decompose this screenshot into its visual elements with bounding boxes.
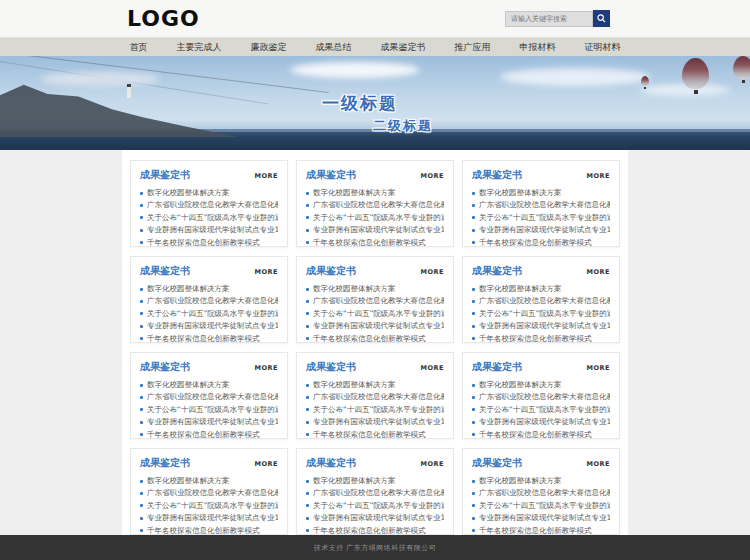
cloud <box>40 72 160 86</box>
nav-item-application[interactable]: 推广应用 <box>455 41 491 54</box>
card-title[interactable]: 成果鉴定书 <box>472 168 522 182</box>
list-item[interactable]: 关于公布“十四五”院级高水平专业群的通知 <box>306 308 444 320</box>
card-title[interactable]: 成果鉴定书 <box>306 456 356 470</box>
list-item[interactable]: 广东省职业院校信息化教学大赛信息化教学设计 <box>472 487 610 499</box>
card-title[interactable]: 成果鉴定书 <box>306 360 356 374</box>
card-title[interactable]: 成果鉴定书 <box>472 264 522 278</box>
card-title[interactable]: 成果鉴定书 <box>306 264 356 278</box>
list-item[interactable]: 千年名校探索信息化创新教学模式 <box>306 525 444 535</box>
nav-item-proof[interactable]: 证明材料 <box>585 41 621 54</box>
more-link[interactable]: MORE <box>255 268 278 276</box>
more-link[interactable]: MORE <box>587 268 610 276</box>
nav-item-certificate[interactable]: 成果鉴定书 <box>381 41 426 54</box>
list-item[interactable]: 数字化校园整体解决方案 <box>306 187 444 199</box>
list-item[interactable]: 广东省职业院校信息化教学大赛信息化教学设计 <box>306 295 444 307</box>
nav-item-declaration[interactable]: 申报材料 <box>520 41 556 54</box>
list-item[interactable]: 千年名校探索信息化创新教学模式 <box>472 429 610 439</box>
more-link[interactable]: MORE <box>255 172 278 180</box>
list-item[interactable]: 专业群拥有国家级现代学徒制试点专业1个 <box>472 512 610 524</box>
list-item[interactable]: 关于公布“十四五”院级高水平专业群的通知 <box>306 404 444 416</box>
list-item[interactable]: 专业群拥有国家级现代学徒制试点专业1个 <box>306 320 444 332</box>
list-item[interactable]: 千年名校探索信息化创新教学模式 <box>306 237 444 247</box>
list-item[interactable]: 专业群拥有国家级现代学徒制试点专业1个 <box>306 512 444 524</box>
list-item[interactable]: 专业群拥有国家级现代学徒制试点专业1个 <box>140 320 278 332</box>
list-item[interactable]: 关于公布“十四五”院级高水平专业群的通知 <box>140 500 278 512</box>
nav-item-summary[interactable]: 成果总结 <box>316 41 352 54</box>
card-title[interactable]: 成果鉴定书 <box>140 360 190 374</box>
list-item[interactable]: 广东省职业院校信息化教学大赛信息化教学设计 <box>306 487 444 499</box>
list-item[interactable]: 专业群拥有国家级现代学徒制试点专业1个 <box>472 320 610 332</box>
list-item[interactable]: 关于公布“十四五”院级高水平专业群的通知 <box>140 212 278 224</box>
search-input[interactable] <box>505 11 593 27</box>
nav-item-completers[interactable]: 主要完成人 <box>177 41 222 54</box>
list-item[interactable]: 数字化校园整体解决方案 <box>306 379 444 391</box>
list-item[interactable]: 专业群拥有国家级现代学徒制试点专业1个 <box>306 416 444 428</box>
list-item[interactable]: 数字化校园整体解决方案 <box>472 379 610 391</box>
list-item[interactable]: 千年名校探索信息化创新教学模式 <box>472 333 610 343</box>
list-item[interactable]: 关于公布“十四五”院级高水平专业群的通知 <box>306 500 444 512</box>
list-item[interactable]: 关于公布“十四五”院级高水平专业群的通知 <box>472 404 610 416</box>
card-title[interactable]: 成果鉴定书 <box>306 168 356 182</box>
more-link[interactable]: MORE <box>421 364 444 372</box>
list-item[interactable]: 专业群拥有国家级现代学徒制试点专业1个 <box>140 224 278 236</box>
list-item[interactable]: 千年名校探索信息化创新教学模式 <box>140 237 278 247</box>
bullet-icon <box>306 384 309 387</box>
list-item[interactable]: 广东省职业院校信息化教学大赛信息化教学设计 <box>306 199 444 211</box>
list-item[interactable]: 关于公布“十四五”院级高水平专业群的通知 <box>472 500 610 512</box>
search-button[interactable] <box>593 10 610 27</box>
list-item[interactable]: 数字化校园整体解决方案 <box>140 187 278 199</box>
more-link[interactable]: MORE <box>587 172 610 180</box>
more-link[interactable]: MORE <box>421 268 444 276</box>
list-item[interactable]: 专业群拥有国家级现代学徒制试点专业1个 <box>306 224 444 236</box>
list-item[interactable]: 广东省职业院校信息化教学大赛信息化教学设计 <box>306 391 444 403</box>
cards-grid: 成果鉴定书 MORE 数字化校园整体解决方案 广东省职业院校信息化教学大赛信息化… <box>130 160 620 535</box>
list-item[interactable]: 千年名校探索信息化创新教学模式 <box>306 333 444 343</box>
list-item[interactable]: 千年名校探索信息化创新教学模式 <box>306 429 444 439</box>
list-item[interactable]: 广东省职业院校信息化教学大赛信息化教学设计 <box>472 295 610 307</box>
more-link[interactable]: MORE <box>421 460 444 468</box>
list-item[interactable]: 广东省职业院校信息化教学大赛信息化教学设计 <box>472 199 610 211</box>
card-title[interactable]: 成果鉴定书 <box>140 264 190 278</box>
more-link[interactable]: MORE <box>255 460 278 468</box>
list-item[interactable]: 专业群拥有国家级现代学徒制试点专业1个 <box>140 416 278 428</box>
bullet-icon <box>472 408 475 411</box>
list-item[interactable]: 专业群拥有国家级现代学徒制试点专业1个 <box>472 224 610 236</box>
list-item[interactable]: 关于公布“十四五”院级高水平专业群的通知 <box>306 212 444 224</box>
card-title[interactable]: 成果鉴定书 <box>140 456 190 470</box>
list-item[interactable]: 关于公布“十四五”院级高水平专业群的通知 <box>140 404 278 416</box>
card-title[interactable]: 成果鉴定书 <box>472 456 522 470</box>
list-item[interactable]: 专业群拥有国家级现代学徒制试点专业1个 <box>140 512 278 524</box>
bullet-icon <box>140 529 143 532</box>
list-item[interactable]: 千年名校探索信息化创新教学模式 <box>472 525 610 535</box>
list-item[interactable]: 数字化校园整体解决方案 <box>306 283 444 295</box>
list-item[interactable]: 千年名校探索信息化创新教学模式 <box>472 237 610 247</box>
list-item[interactable]: 关于公布“十四五”院级高水平专业群的通知 <box>472 308 610 320</box>
list-item[interactable]: 数字化校园整体解决方案 <box>140 475 278 487</box>
list-item[interactable]: 广东省职业院校信息化教学大赛信息化教学设计 <box>140 295 278 307</box>
list-item[interactable]: 广东省职业院校信息化教学大赛信息化教学设计 <box>140 391 278 403</box>
list-item[interactable]: 广东省职业院校信息化教学大赛信息化教学设计 <box>472 391 610 403</box>
bullet-icon <box>306 408 309 411</box>
card-title[interactable]: 成果鉴定书 <box>140 168 190 182</box>
card-title[interactable]: 成果鉴定书 <box>472 360 522 374</box>
list-item[interactable]: 数字化校园整体解决方案 <box>472 283 610 295</box>
list-item[interactable]: 数字化校园整体解决方案 <box>140 283 278 295</box>
list-item[interactable]: 数字化校园整体解决方案 <box>306 475 444 487</box>
nav-item-appraisal[interactable]: 廉政鉴定 <box>251 41 287 54</box>
list-item[interactable]: 千年名校探索信息化创新教学模式 <box>140 525 278 535</box>
list-item[interactable]: 关于公布“十四五”院级高水平专业群的通知 <box>472 212 610 224</box>
list-item[interactable]: 数字化校园整体解决方案 <box>472 187 610 199</box>
list-item[interactable]: 专业群拥有国家级现代学徒制试点专业1个 <box>472 416 610 428</box>
list-item[interactable]: 广东省职业院校信息化教学大赛信息化教学设计 <box>140 487 278 499</box>
list-item[interactable]: 千年名校探索信息化创新教学模式 <box>140 429 278 439</box>
list-item[interactable]: 数字化校园整体解决方案 <box>140 379 278 391</box>
more-link[interactable]: MORE <box>587 460 610 468</box>
list-item[interactable]: 数字化校园整体解决方案 <box>472 475 610 487</box>
list-item[interactable]: 广东省职业院校信息化教学大赛信息化教学设计 <box>140 199 278 211</box>
list-item[interactable]: 关于公布“十四五”院级高水平专业群的通知 <box>140 308 278 320</box>
more-link[interactable]: MORE <box>421 172 444 180</box>
more-link[interactable]: MORE <box>255 364 278 372</box>
more-link[interactable]: MORE <box>587 364 610 372</box>
list-item[interactable]: 千年名校探索信息化创新教学模式 <box>140 333 278 343</box>
nav-item-home[interactable]: 首页 <box>130 41 148 54</box>
